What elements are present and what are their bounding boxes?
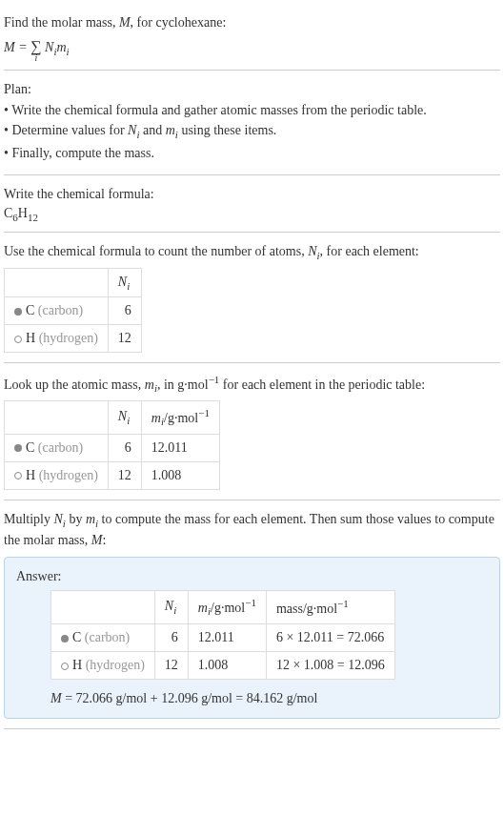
plan-bullet-2: • Determine values for Ni and mi using t… — [4, 121, 500, 142]
elem-sym: H — [72, 658, 82, 672]
col-mass-header: mass/g·mol−1 — [266, 591, 394, 623]
table-row: C (carbon) 6 — [5, 297, 142, 325]
intro-text-2: , for cyclohexane: — [131, 15, 227, 30]
elem-sym: C — [26, 440, 34, 455]
formula-C: C — [4, 206, 12, 220]
sigma-icon: ∑i — [30, 34, 41, 59]
m-value: 1.008 — [188, 651, 266, 679]
elem-name: (hydrogen) — [86, 658, 145, 672]
element-cell: C (carbon) — [5, 297, 109, 325]
element-cell: H (hydrogen) — [5, 461, 109, 489]
n-value: 12 — [154, 651, 188, 679]
count-h-a: Use the chemical formula to count the nu… — [4, 244, 308, 258]
plan-b2-b: and — [139, 123, 165, 137]
masses-table: Ni mi/g·mol−1 C (carbon) 6 12.011 H (hyd… — [4, 400, 220, 489]
col-Ni-header: Ni — [108, 268, 141, 297]
elem-name: (hydrogen) — [39, 331, 98, 345]
elem-name: (hydrogen) — [39, 468, 98, 482]
intro-equation: M = ∑i Nimi — [4, 34, 500, 60]
col-Ni-i: i — [173, 604, 176, 616]
elem-sym: C — [26, 303, 34, 317]
sigma-sub: i — [34, 51, 37, 66]
dot-empty-icon — [61, 663, 69, 670]
col-Ni-N: N — [118, 275, 127, 289]
col-mi-m: m — [151, 411, 161, 425]
col-mi-exp: −1 — [245, 597, 256, 608]
dot-filled-icon — [14, 444, 22, 452]
formula-H-sub: 12 — [28, 211, 38, 222]
count-table: Ni C (carbon) 6 H (hydrogen) 12 — [4, 268, 142, 354]
masses-h-c: for each element in the periodic table: — [219, 377, 425, 392]
table-row: C (carbon) 6 12.011 6 × 12.011 = 72.066 — [51, 623, 395, 651]
count-value: 12 — [108, 325, 141, 353]
count-section: Use the chemical formula to count the nu… — [4, 233, 500, 363]
dot-filled-icon — [14, 308, 22, 316]
col-Ni-N: N — [118, 409, 127, 423]
plan-bullet-3: • Finally, compute the mass. — [4, 144, 500, 163]
answer-table: Ni mi/g·mol−1 mass/g·mol−1 C (carbon) 6 … — [50, 590, 395, 679]
masses-heading: Look up the atomic mass, mi, in g·mol−1 … — [4, 373, 500, 397]
col-Ni-header: Ni — [108, 401, 141, 434]
masses-h-mi: m — [145, 377, 154, 392]
m-value: 12.011 — [141, 434, 219, 461]
table-header-row: Ni mi/g·mol−1 — [5, 401, 220, 434]
empty-header — [5, 401, 109, 434]
count-heading: Use the chemical formula to count the nu… — [4, 242, 500, 263]
table-header-row: Ni — [5, 268, 142, 297]
plan-heading: Plan: — [4, 80, 500, 99]
dot-empty-icon — [14, 336, 22, 343]
element-cell: C (carbon) — [51, 623, 155, 651]
m-value: 12.011 — [188, 623, 266, 651]
col-mi-exp: −1 — [198, 407, 210, 418]
col-Ni-i: i — [127, 415, 130, 426]
count-h-Ni: N — [308, 244, 316, 258]
plan-b2-c: using these items. — [178, 123, 276, 137]
compute-h-mi: m — [86, 512, 95, 526]
intro-line: Find the molar mass, M, for cyclohexane: — [4, 13, 500, 32]
col-Ni-header: Ni — [154, 591, 188, 623]
m-value: 1.008 — [141, 461, 219, 489]
plan-section: Plan: • Write the chemical formula and g… — [4, 71, 500, 175]
col-mi-unit: /g·mol — [164, 411, 198, 425]
mass-calc: 12 × 1.008 = 12.096 — [266, 651, 394, 679]
count-value: 6 — [108, 297, 141, 325]
element-cell: C (carbon) — [5, 434, 109, 461]
count-h-b: , for each element: — [320, 244, 419, 258]
plan-bullet-1: • Write the chemical formula and gather … — [4, 101, 500, 120]
masses-h-exp: −1 — [209, 374, 220, 385]
col-mass-label: mass/g·mol — [276, 602, 337, 616]
elem-sym: H — [26, 331, 35, 345]
table-row: C (carbon) 6 12.011 — [5, 434, 220, 461]
final-eq-text: = 72.066 g/mol + 12.096 g/mol = 84.162 g… — [62, 691, 318, 705]
compute-h-M: M — [91, 533, 103, 547]
n-value: 6 — [154, 623, 188, 651]
chemical-formula: C6H12 — [4, 206, 500, 223]
dot-empty-icon — [14, 472, 22, 479]
elem-name: (carbon) — [38, 440, 83, 455]
formula-section: Write the chemical formula: C6H12 — [4, 175, 500, 233]
element-cell: H (hydrogen) — [5, 325, 109, 353]
final-M: M — [50, 691, 62, 705]
answer-label: Answer: — [16, 569, 488, 584]
elem-name: (carbon) — [38, 303, 83, 317]
elem-sym: H — [26, 468, 35, 482]
dot-filled-icon — [61, 635, 69, 643]
n-value: 6 — [108, 434, 141, 461]
empty-header — [51, 591, 155, 623]
col-Ni-N: N — [165, 599, 173, 613]
eq-equals: = — [15, 40, 30, 54]
compute-h-Ni: N — [54, 512, 63, 526]
compute-h-d: : — [102, 533, 106, 547]
empty-header — [5, 268, 109, 297]
eq-mi-m: m — [56, 40, 66, 54]
table-row: H (hydrogen) 12 — [5, 325, 142, 353]
compute-heading: Multiply Ni by mi to compute the mass fo… — [4, 510, 500, 550]
mass-calc: 6 × 12.011 = 72.066 — [266, 623, 394, 651]
compute-h-a: Multiply — [4, 512, 54, 526]
eq-mi-i: i — [67, 45, 70, 56]
col-mi-header: mi/g·mol−1 — [141, 401, 219, 434]
plan-b2-a: • Determine values for — [4, 123, 128, 137]
answer-box: Answer: Ni mi/g·mol−1 mass/g·mol−1 C (ca… — [4, 557, 500, 718]
col-Ni-i: i — [127, 279, 130, 291]
plan-b2-mi: m — [166, 123, 175, 137]
